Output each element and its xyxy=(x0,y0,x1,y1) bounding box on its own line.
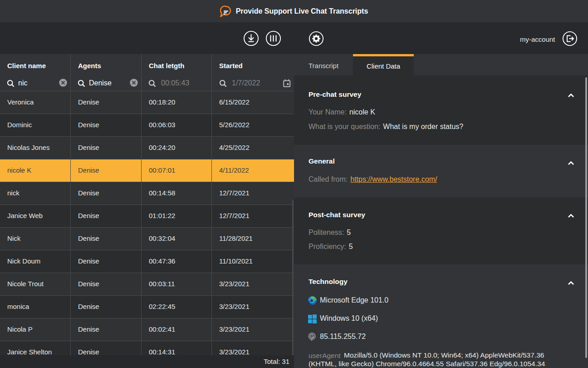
svg-text:IP: IP xyxy=(310,334,314,338)
